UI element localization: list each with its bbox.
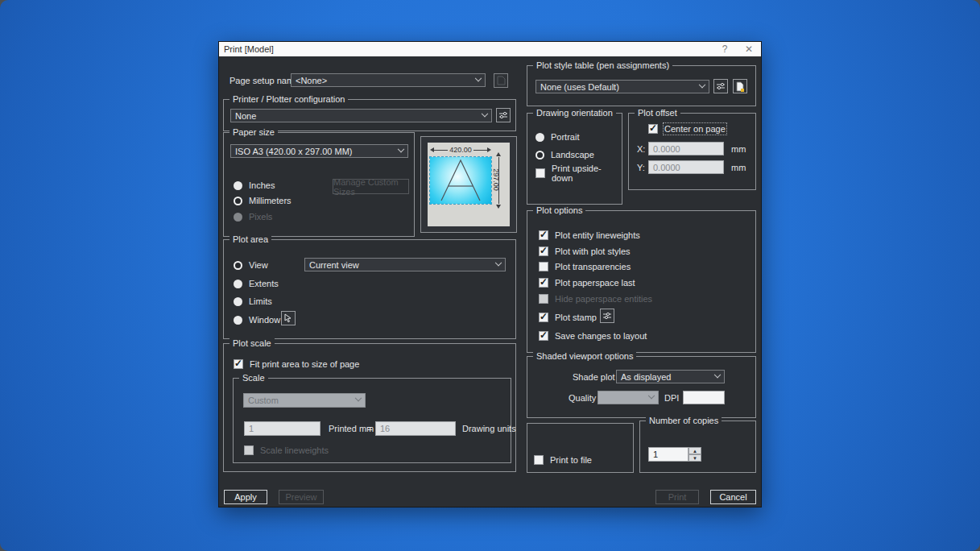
plot-area-limits-radio[interactable]: Limits xyxy=(234,296,272,307)
plot-style-dropdown[interactable]: None (uses Default) xyxy=(535,80,709,93)
chevron-down-icon xyxy=(714,371,721,377)
pick-window-button[interactable] xyxy=(281,311,296,325)
new-plot-style-button[interactable] xyxy=(733,79,747,93)
apply-button[interactable]: Apply xyxy=(224,490,267,504)
unit-millimeters-radio[interactable]: Millimeters xyxy=(234,195,292,206)
offset-x-label: X: xyxy=(637,144,645,154)
plot-area-extents-label: Extents xyxy=(249,279,279,288)
edit-plot-style-button[interactable] xyxy=(713,79,728,93)
center-on-page-label: Center on page xyxy=(664,124,726,134)
save-changes-label: Save changes to layout xyxy=(555,331,647,341)
plot-area-window-label: Window xyxy=(249,315,280,325)
spin-up-button[interactable]: ▲ xyxy=(688,447,701,454)
checkbox-icon xyxy=(539,313,548,322)
plot-offset-group: Plot offset Center on page X: 0.0000 mm … xyxy=(628,113,756,190)
copies-spinner[interactable]: 1 ▲ ▼ xyxy=(648,447,701,462)
save-changes-checkbox[interactable]: Save changes to layout xyxy=(539,330,647,342)
plot-area-view-radio[interactable]: View xyxy=(234,259,268,271)
import-page-setup-button[interactable] xyxy=(494,73,508,88)
scale-lineweights-label: Scale lineweights xyxy=(260,445,329,455)
manage-custom-sizes-button: Manage Custom Sizes xyxy=(333,179,409,194)
help-button[interactable]: ? xyxy=(713,42,737,56)
view-dropdown[interactable]: Current view xyxy=(304,258,506,271)
plot-paperspace-last-checkbox[interactable]: Plot paperspace last xyxy=(539,277,635,288)
plot-transparencies-label: Plot transparencies xyxy=(555,262,631,271)
dpi-field[interactable] xyxy=(683,391,725,404)
plot-stamp-label: Plot stamp xyxy=(555,313,597,322)
plot-stamp-settings-button[interactable] xyxy=(600,309,614,323)
print-to-file-checkbox[interactable]: Print to file xyxy=(534,454,592,466)
spin-down-button[interactable]: ▼ xyxy=(688,454,701,462)
hide-paperspace-checkbox: Hide paperspace entities xyxy=(539,293,652,304)
plot-style-title: Plot style table (pen assignments) xyxy=(533,60,672,71)
radio-icon xyxy=(234,280,242,288)
plot-styles-label: Plot with plot styles xyxy=(555,246,631,256)
printer-config-value: None xyxy=(235,111,256,121)
chevron-down-icon xyxy=(475,74,482,81)
offset-y-label: Y: xyxy=(637,163,645,172)
new-document-icon xyxy=(735,81,745,92)
drawing-units-label: Drawing units xyxy=(462,424,516,433)
plot-area-view-label: View xyxy=(249,260,268,270)
upside-down-checkbox[interactable]: Print upside-down xyxy=(535,168,622,179)
printer-config-settings-button[interactable] xyxy=(496,108,511,122)
orientation-title: Drawing orientation xyxy=(533,108,616,118)
plot-scale-group: Plot scale Fit print area to size of pag… xyxy=(223,343,516,472)
shade-plot-value: As displayed xyxy=(621,372,671,382)
plot-area-window-radio[interactable]: Window xyxy=(234,314,280,325)
close-button[interactable]: ✕ xyxy=(737,42,761,56)
plot-style-value: None (uses Default) xyxy=(540,82,619,92)
center-on-page-checkbox[interactable]: Center on page xyxy=(648,123,726,135)
sliders-icon xyxy=(602,311,612,321)
landscape-radio[interactable]: Landscape xyxy=(535,149,594,160)
plot-stamp-checkbox[interactable]: Plot stamp xyxy=(539,312,597,323)
plot-styles-checkbox[interactable]: Plot with plot styles xyxy=(539,246,631,257)
plot-area-title: Plot area xyxy=(229,234,271,245)
height-dimension: 297.00 xyxy=(494,157,504,204)
copies-field[interactable]: 1 xyxy=(648,447,688,462)
unit-inches-radio[interactable]: Inches xyxy=(234,180,275,191)
scale-subgroup-title: Scale xyxy=(239,373,268,383)
preview-button: Preview xyxy=(279,490,324,504)
plot-area-group: Plot area View Current view Extents Limi… xyxy=(223,239,516,339)
paper-size-dropdown[interactable]: ISO A3 (420.00 x 297.00 MM) xyxy=(230,144,408,158)
equals-label: = xyxy=(367,424,372,433)
plot-area-extents-radio[interactable]: Extents xyxy=(234,278,279,289)
radio-icon xyxy=(234,197,242,205)
radio-icon xyxy=(535,133,544,142)
quality-dropdown xyxy=(598,391,659,404)
paper-size-group: Paper size ISO A3 (420.00 x 297.00 MM) I… xyxy=(223,132,415,237)
fit-to-page-checkbox[interactable]: Fit print area to size of page xyxy=(234,358,359,370)
dialog-titlebar[interactable]: Print [Model] ? ✕ xyxy=(219,42,761,56)
checkbox-icon xyxy=(648,124,658,134)
page-setup-value: <None> xyxy=(296,76,327,85)
offset-x-unit: mm xyxy=(731,144,746,154)
width-dimension-label: 420.00 xyxy=(448,146,473,154)
plot-lineweights-checkbox[interactable]: Plot entity lineweights xyxy=(539,230,640,241)
shade-plot-dropdown[interactable]: As displayed xyxy=(616,370,725,383)
arrow-up-icon xyxy=(496,152,501,156)
cancel-button[interactable]: Cancel xyxy=(710,490,756,504)
radio-icon xyxy=(234,261,242,270)
sliders-icon xyxy=(716,81,726,91)
dpi-label: DPI xyxy=(664,393,679,403)
plot-options-group: Plot options Plot entity lineweights Plo… xyxy=(527,210,756,353)
plot-lineweights-label: Plot entity lineweights xyxy=(555,230,640,240)
checkbox-icon xyxy=(534,455,544,465)
plot-transparencies-checkbox[interactable]: Plot transparencies xyxy=(539,261,631,272)
printed-mm-field: 1 xyxy=(244,421,320,436)
plot-offset-title: Plot offset xyxy=(635,108,680,118)
orientation-group: Drawing orientation Portrait Landscape P… xyxy=(527,113,622,205)
arrow-right-icon xyxy=(487,147,491,152)
printer-config-dropdown[interactable]: None xyxy=(230,109,492,122)
letter-a-graphic xyxy=(430,157,491,204)
printer-config-group: Printer / Plotter configuration None xyxy=(223,99,516,131)
paper-preview: 420.00 297.00 xyxy=(420,136,517,233)
page-setup-dropdown[interactable]: <None> xyxy=(291,73,486,87)
chevron-down-icon xyxy=(699,81,705,87)
checkbox-icon xyxy=(539,294,548,304)
chevron-down-icon xyxy=(495,259,502,265)
portrait-radio[interactable]: Portrait xyxy=(535,131,579,143)
chevron-down-icon xyxy=(648,392,655,398)
scale-type-value: Custom xyxy=(248,396,279,405)
